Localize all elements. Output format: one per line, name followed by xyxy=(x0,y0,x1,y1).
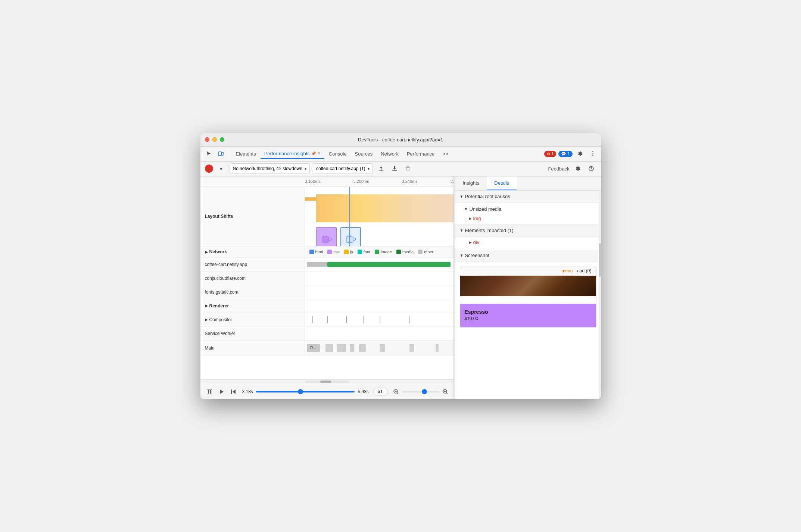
network-label[interactable]: ▶ Network xyxy=(200,247,305,257)
close-button[interactable] xyxy=(205,137,209,142)
tab-details[interactable]: Details xyxy=(487,176,517,190)
screenshot-play-icon[interactable] xyxy=(205,387,214,396)
legend-js: js xyxy=(344,250,353,254)
compositor-tick xyxy=(409,316,410,323)
scrollbar-thumb[interactable] xyxy=(320,381,331,383)
main-content-row: R... xyxy=(305,341,454,356)
help-icon[interactable] xyxy=(586,163,596,174)
url-select[interactable]: coffee-cart.netlify.app (1) ▾ xyxy=(313,163,373,174)
potential-root-causes-header[interactable]: ▼ Potential root causes xyxy=(455,191,601,203)
main-block xyxy=(359,344,366,352)
right-content[interactable]: ▼ Potential root causes ▼ Unsized media … xyxy=(455,191,601,399)
ls-indicator xyxy=(305,197,317,201)
tab-console[interactable]: Console xyxy=(325,148,350,159)
svg-rect-11 xyxy=(207,389,212,394)
download-icon[interactable] xyxy=(389,163,400,174)
elements-impacted-header[interactable]: ▼ Elements impacted (1) xyxy=(455,225,601,237)
svg-rect-1 xyxy=(222,153,224,155)
timeline-content[interactable]: Layout Shifts xyxy=(200,187,454,379)
upload-icon[interactable] xyxy=(376,163,386,174)
div-tree-item[interactable]: ▶ div xyxy=(464,238,592,247)
expand-arrow-icon: ▼ xyxy=(464,207,468,211)
minimize-button[interactable] xyxy=(212,137,217,142)
svg-marker-14 xyxy=(220,389,224,394)
zoom-slider[interactable] xyxy=(402,391,439,392)
tree-expand-icon: ▶ xyxy=(469,240,472,244)
tab-more[interactable]: >> xyxy=(439,148,452,159)
right-scrollbar xyxy=(599,191,601,399)
ruler-marks: 3,160ms 3,200ms 3,240ms 3,280ms xyxy=(305,179,454,184)
maximize-button[interactable] xyxy=(220,137,224,142)
speed-control[interactable]: x1 xyxy=(373,388,388,396)
device-toolbar-icon[interactable] xyxy=(215,148,226,159)
delete-icon[interactable] xyxy=(403,163,413,174)
net-bar-green xyxy=(327,262,451,267)
main-content: 3,160ms 3,200ms 3,240ms 3,280ms Layout S… xyxy=(200,176,601,399)
zoom-in-button[interactable] xyxy=(442,388,449,395)
img-tree-item[interactable]: ▶ img xyxy=(464,214,592,223)
network-row-2-content xyxy=(305,272,454,285)
legend-other: other xyxy=(418,250,433,254)
legend-font: font xyxy=(358,250,370,254)
screenshot-nav: menu cart (0) xyxy=(460,266,596,276)
zoom-thumb[interactable] xyxy=(422,389,427,394)
network-row-2: cdnjs.cloudflare.com xyxy=(200,272,454,285)
main-toolbar: Elements Performance insights 📌 ✕ Consol… xyxy=(200,147,601,162)
zoom-out-button[interactable] xyxy=(392,388,400,395)
error-badge[interactable]: ⊗ 1 xyxy=(544,151,556,157)
main-block xyxy=(436,344,439,352)
feedback-link[interactable]: Feedback xyxy=(548,166,569,172)
end-time: 5.93s xyxy=(358,389,368,394)
compositor-label[interactable]: ▶ Compositor xyxy=(200,313,305,326)
expand-icon: ▶ xyxy=(205,304,208,308)
timeline-panel: 3,160ms 3,200ms 3,240ms 3,280ms Layout S… xyxy=(200,176,454,399)
tab-elements[interactable]: Elements xyxy=(232,148,260,159)
tab-close-icon[interactable]: ✕ xyxy=(317,151,321,156)
compositor-content xyxy=(305,313,454,326)
tab-sources[interactable]: Sources xyxy=(351,148,377,159)
svg-rect-8 xyxy=(323,242,328,242)
right-scrollbar-thumb[interactable] xyxy=(599,243,601,277)
network-host-2: cdnjs.cloudflare.com xyxy=(200,272,305,285)
dropdown-arrow-icon[interactable]: ▾ xyxy=(216,163,227,174)
cart-link[interactable]: cart (0) xyxy=(577,268,591,273)
more-options-icon[interactable]: ⋮ xyxy=(587,148,598,159)
time-range: 3.13s 5.93s xyxy=(242,389,369,394)
toolbar-right: ⊗ 1 💬 1 ⋮ xyxy=(544,148,598,159)
unsized-media-header[interactable]: ▼ Unsized media xyxy=(464,204,592,214)
product-price: $10.00 xyxy=(465,316,592,321)
horizontal-scrollbar[interactable] xyxy=(200,379,454,384)
record-button[interactable] xyxy=(205,165,213,173)
layout-shift-after xyxy=(340,227,361,246)
range-thumb[interactable] xyxy=(298,389,303,394)
error-icon: ⊗ xyxy=(547,151,550,156)
renderer-label[interactable]: ▶ Renderer xyxy=(200,299,305,313)
tab-performance[interactable]: Performance xyxy=(403,148,438,159)
ruler-mark: 3,160ms xyxy=(305,179,353,184)
network-legend-content: html css js font xyxy=(305,247,454,257)
network-throttle-select[interactable]: No network throttling, 4× slowdown ▾ xyxy=(230,163,310,174)
tab-network[interactable]: Network xyxy=(377,148,402,159)
network-host-1: coffee-cart.netlify.app xyxy=(200,258,305,271)
product-name: Espresso xyxy=(465,309,592,315)
time-slider[interactable] xyxy=(256,391,355,392)
play-button[interactable] xyxy=(217,387,226,396)
devtools-window: DevTools - coffee-cart.netlify.app/?ad=1… xyxy=(200,133,601,399)
unsized-media-section: ▼ Unsized media ▶ img xyxy=(455,203,601,225)
settings2-icon[interactable] xyxy=(573,163,583,174)
svg-rect-10 xyxy=(347,242,352,242)
tab-insights[interactable]: Insights xyxy=(455,176,487,190)
zoom-control xyxy=(392,388,449,395)
menu-link[interactable]: menu xyxy=(561,268,573,273)
info-badge[interactable]: 💬 1 xyxy=(558,151,572,157)
settings-icon[interactable] xyxy=(575,148,585,159)
svg-rect-7 xyxy=(322,237,329,242)
screenshot-section: menu cart (0) Espresso $10.00 xyxy=(455,262,601,332)
compositor-tick xyxy=(327,316,328,323)
tab-performance-insights[interactable]: Performance insights 📌 ✕ xyxy=(261,148,324,159)
compositor-tick xyxy=(312,316,313,323)
skip-to-start-button[interactable] xyxy=(229,387,238,396)
screenshot-header[interactable]: ▼ Screenshot xyxy=(455,250,601,262)
cursor-tool-icon[interactable] xyxy=(203,148,214,159)
chevron-down-icon: ▾ xyxy=(305,167,306,171)
